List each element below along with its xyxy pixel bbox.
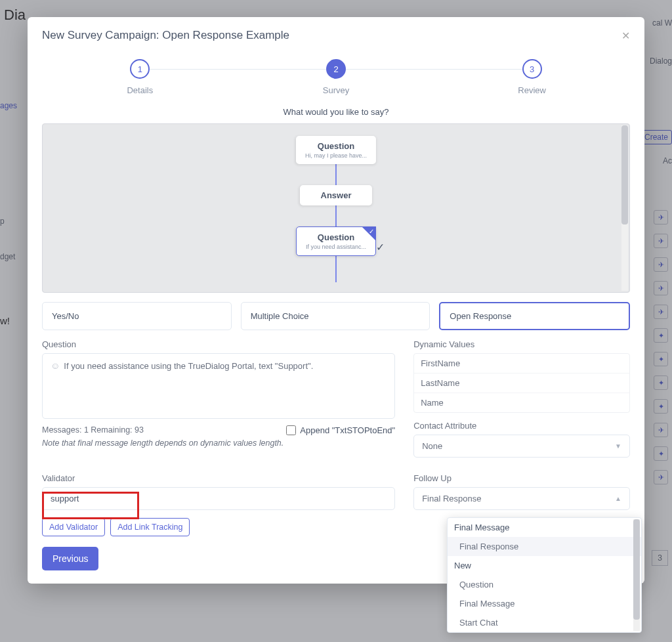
dd-group-new: New	[448, 556, 641, 575]
step-details[interactable]: 1 Details	[42, 59, 238, 95]
dd-item-final-response[interactable]: Final Response	[448, 537, 641, 556]
check-icon: ✓	[369, 228, 374, 235]
prompt-text: What would you like to say?	[28, 107, 644, 117]
add-validator-button[interactable]: Add Validator	[42, 518, 105, 536]
chevron-down-icon: ▼	[615, 442, 621, 450]
dynamic-values-label: Dynamic Values	[413, 339, 630, 349]
dd-item-start-chat[interactable]: Start Chat	[448, 613, 641, 632]
flow-node-answer[interactable]: Answer	[300, 185, 372, 205]
previous-button[interactable]: Previous	[42, 547, 98, 570]
followup-select[interactable]: Final Response ▲	[413, 487, 630, 510]
append-stop-checkbox[interactable]	[286, 425, 296, 435]
dv-name[interactable]: Name	[414, 393, 629, 412]
dd-item-final-message[interactable]: Final Message	[448, 594, 641, 613]
dropdown-scrollbar[interactable]	[633, 519, 640, 631]
flow-connector	[335, 164, 337, 185]
flow-node-question-1[interactable]: Question Hi, may I please have...	[296, 136, 376, 164]
followup-dropdown: Final Message Final Response New Questio…	[447, 517, 642, 633]
validator-input[interactable]	[42, 487, 395, 510]
step-survey[interactable]: 2 Survey	[238, 59, 434, 95]
survey-flow-canvas[interactable]: Question Hi, may I please have... Answer…	[42, 123, 630, 293]
contact-attribute-select[interactable]: None ▼	[413, 435, 630, 458]
flow-connector	[335, 256, 337, 282]
dynamic-values-list: FirstName LastName Name	[413, 353, 630, 413]
close-icon[interactable]: ✕	[621, 30, 630, 42]
flow-connector	[335, 205, 337, 226]
dd-item-question[interactable]: Question	[448, 575, 641, 594]
flow-node-question-2[interactable]: ✓ Question If you need assistanc...	[296, 226, 376, 256]
type-yes-no-button[interactable]: Yes/No	[42, 302, 232, 330]
emoji-icon[interactable]: ☺	[51, 360, 60, 371]
modal-title: New Survey Campaign: Open Response Examp…	[42, 29, 289, 42]
dv-firstname[interactable]: FirstName	[414, 354, 629, 374]
add-link-tracking-button[interactable]: Add Link Tracking	[110, 518, 190, 536]
type-open-response-button[interactable]: Open Response	[439, 302, 630, 330]
stepper: 1 Details 2 Survey 3 Review	[28, 53, 644, 95]
append-stop-label: Append "TxtSTOPtoEnd"	[300, 425, 395, 435]
length-note: Note that final message length depends o…	[42, 439, 395, 448]
chevron-up-icon: ▲	[615, 495, 621, 502]
followup-label: Follow Up	[413, 473, 630, 483]
question-label: Question	[42, 339, 395, 349]
step-review[interactable]: 3 Review	[434, 59, 630, 95]
canvas-scrollbar[interactable]	[621, 125, 628, 291]
question-textarea[interactable]: ☺If you need assistance using the TrueDi…	[42, 353, 395, 419]
dd-group-final-message: Final Message	[448, 518, 641, 537]
type-multiple-choice-button[interactable]: Multiple Choice	[241, 302, 430, 330]
contact-attribute-label: Contact Attribute	[413, 421, 630, 431]
validator-label: Validator	[42, 473, 395, 483]
dv-lastname[interactable]: LastName	[414, 374, 629, 393]
survey-modal: New Survey Campaign: Open Response Examp…	[28, 17, 644, 584]
